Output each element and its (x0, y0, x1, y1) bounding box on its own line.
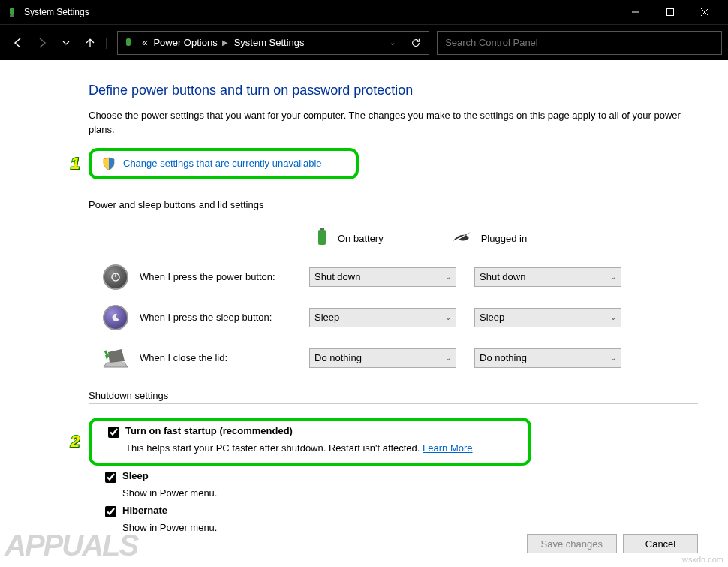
sleep-button-battery-select[interactable]: Sleep⌄ (309, 308, 456, 327)
breadcrumb-seg2-label: System Settings (234, 37, 305, 48)
column-plugged: Plugged in (451, 231, 527, 246)
lid-close-label: When I close the lid: (140, 352, 309, 363)
shield-icon (102, 157, 116, 170)
hibernate-option-label: Hibernate (122, 505, 167, 516)
plug-icon (451, 231, 474, 246)
section-header-shutdown: Shutdown settings (89, 390, 698, 407)
sleep-button-label: When I press the sleep button: (140, 312, 309, 323)
svg-rect-8 (320, 228, 324, 230)
chevron-down-icon: ⌄ (445, 313, 451, 321)
sleep-option-desc: Show in Power menu. (89, 487, 698, 499)
annotation-highlight-2: 22 Turn on fast startup (recommended) Th… (89, 418, 531, 466)
lid-plugged-select[interactable]: Do nothing⌄ (474, 348, 621, 368)
fast-startup-label: Turn on fast startup (recommended) (125, 425, 293, 436)
callout-2: 22 (65, 431, 86, 452)
select-value: Shut down (314, 271, 360, 282)
chevron-down-icon: ⌄ (445, 354, 451, 362)
up-button[interactable] (78, 31, 102, 55)
power-button-icon (102, 264, 129, 291)
column-battery-label: On battery (338, 233, 384, 244)
maximize-button[interactable] (653, 0, 687, 24)
page-title: Define power buttons and turn on passwor… (89, 83, 698, 98)
titlebar: System Settings (0, 0, 728, 24)
sleep-option-row: Sleep (89, 470, 698, 483)
breadcrumb-power-options[interactable]: Power Options▶ (150, 37, 230, 48)
app-icon (6, 6, 18, 18)
address-bar[interactable]: « Power Options▶ System Settings ⌄ (117, 31, 402, 55)
select-value: Sleep (480, 312, 504, 323)
svg-rect-0 (10, 8, 14, 15)
annotation-highlight-1: 11 Change settings that are currently un… (89, 148, 359, 179)
save-changes-button[interactable]: Save changes (527, 534, 617, 553)
chevron-right-icon: ▶ (222, 38, 228, 47)
select-value: Do nothing (314, 352, 362, 363)
chevron-down-icon: ⌄ (445, 273, 451, 281)
address-dropdown-button[interactable]: ⌄ (384, 38, 402, 47)
location-icon (118, 37, 139, 49)
callout-1: 11 (65, 153, 86, 174)
hibernate-option-row: Hibernate (89, 505, 698, 517)
minimize-button[interactable] (618, 0, 653, 24)
lid-battery-select[interactable]: Do nothing⌄ (309, 348, 456, 368)
action-bar: Save changes Cancel (527, 534, 698, 553)
breadcrumb-root[interactable]: « (139, 37, 150, 48)
sleep-button-icon (102, 304, 129, 331)
window-controls (618, 0, 722, 24)
svg-rect-3 (667, 9, 674, 16)
forward-button[interactable] (30, 31, 54, 55)
content-area: Define power buttons and turn on passwor… (0, 60, 728, 533)
page-description: Choose the power settings that you want … (89, 109, 698, 137)
select-value: Shut down (480, 271, 525, 282)
select-value: Sleep (314, 312, 339, 323)
svg-rect-1 (10, 15, 14, 17)
breadcrumb-system-settings[interactable]: System Settings (231, 37, 308, 48)
row-power-button: When I press the power button: Shut down… (89, 264, 698, 291)
column-headers: On battery Plugged in (89, 227, 698, 250)
refresh-button[interactable] (402, 31, 429, 55)
svg-rect-7 (318, 230, 326, 245)
sleep-button-plugged-select[interactable]: Sleep⌄ (474, 308, 621, 327)
svg-rect-6 (126, 38, 131, 46)
power-button-battery-select[interactable]: Shut down⌄ (309, 267, 456, 287)
select-value: Do nothing (480, 352, 527, 363)
sleep-option-checkbox[interactable] (105, 472, 116, 483)
battery-icon (314, 227, 330, 250)
chevron-down-icon: ⌄ (610, 313, 616, 321)
hibernate-option-checkbox[interactable] (105, 506, 116, 517)
learn-more-link[interactable]: Learn More (423, 442, 472, 454)
fast-startup-row: Turn on fast startup (recommended) (92, 425, 521, 438)
breadcrumb-seg1-label: Power Options (153, 37, 217, 48)
chevron-down-icon: ⌄ (610, 354, 616, 362)
power-button-label: When I press the power button: (140, 271, 309, 282)
row-lid-close: When I close the lid: Do nothing⌄ Do not… (89, 345, 698, 372)
column-battery: On battery (314, 227, 384, 250)
laptop-lid-icon (102, 345, 129, 372)
window-title: System Settings (24, 7, 618, 17)
power-button-plugged-select[interactable]: Shut down⌄ (474, 267, 621, 287)
change-settings-link-row[interactable]: Change settings that are currently unava… (96, 152, 328, 175)
nav-separator: | (105, 36, 108, 50)
close-button[interactable] (687, 0, 722, 24)
chevron-down-icon: ⌄ (610, 273, 616, 281)
row-sleep-button: When I press the sleep button: Sleep⌄ Sl… (89, 304, 698, 331)
hibernate-option-desc: Show in Power menu. (89, 522, 698, 533)
sleep-option-label: Sleep (122, 470, 149, 481)
cancel-button[interactable]: Cancel (623, 534, 698, 553)
search-input[interactable] (437, 31, 722, 55)
fast-startup-checkbox[interactable] (108, 427, 119, 438)
section-header-buttons: Power and sleep buttons and lid settings (89, 199, 698, 216)
navbar: | « Power Options▶ System Settings ⌄ (0, 24, 728, 60)
back-button[interactable] (6, 31, 30, 55)
watermark-logo: APPUALS (5, 529, 137, 562)
change-settings-link[interactable]: Change settings that are currently unava… (123, 158, 322, 169)
watermark-source: wsxdn.com (682, 555, 723, 564)
column-plugged-label: Plugged in (481, 233, 527, 244)
recent-locations-button[interactable] (54, 31, 78, 55)
fast-startup-desc: This helps start your PC faster after sh… (92, 442, 521, 454)
